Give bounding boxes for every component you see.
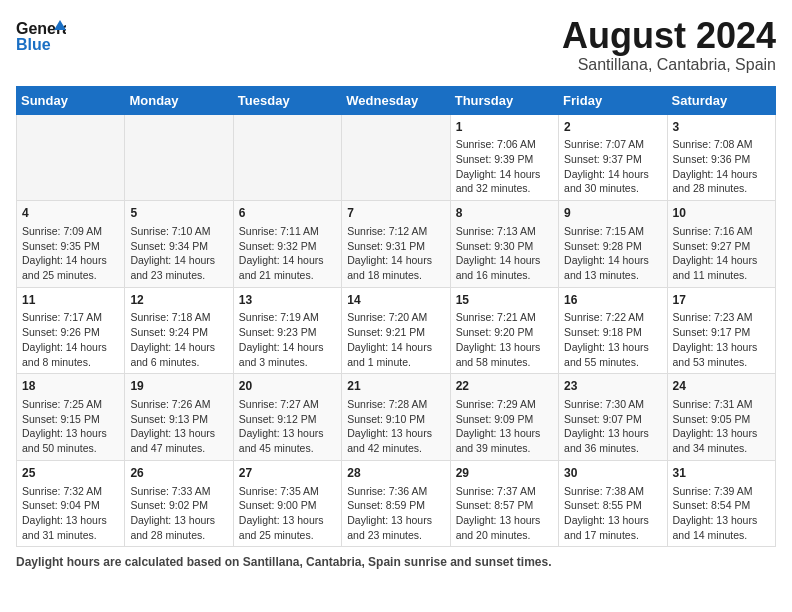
weekday-header-friday: Friday: [559, 86, 667, 114]
day-number: 22: [456, 378, 553, 395]
day-info: Sunrise: 7:32 AM Sunset: 9:04 PM Dayligh…: [22, 484, 119, 543]
calendar-week-row: 4Sunrise: 7:09 AM Sunset: 9:35 PM Daylig…: [17, 201, 776, 288]
day-number: 26: [130, 465, 227, 482]
day-info: Sunrise: 7:37 AM Sunset: 8:57 PM Dayligh…: [456, 484, 553, 543]
day-info: Sunrise: 7:11 AM Sunset: 9:32 PM Dayligh…: [239, 224, 336, 283]
calendar-cell: 20Sunrise: 7:27 AM Sunset: 9:12 PM Dayli…: [233, 374, 341, 461]
day-info: Sunrise: 7:20 AM Sunset: 9:21 PM Dayligh…: [347, 310, 444, 369]
day-number: 15: [456, 292, 553, 309]
day-number: 4: [22, 205, 119, 222]
logo-icon: General Blue: [16, 16, 66, 56]
calendar-cell: 1Sunrise: 7:06 AM Sunset: 9:39 PM Daylig…: [450, 114, 558, 201]
month-title: August 2024: [562, 16, 776, 56]
calendar-cell: 11Sunrise: 7:17 AM Sunset: 9:26 PM Dayli…: [17, 287, 125, 374]
calendar-cell: 16Sunrise: 7:22 AM Sunset: 9:18 PM Dayli…: [559, 287, 667, 374]
day-number: 14: [347, 292, 444, 309]
header: General Blue August 2024 Santillana, Can…: [16, 16, 776, 74]
day-info: Sunrise: 7:39 AM Sunset: 8:54 PM Dayligh…: [673, 484, 770, 543]
calendar-week-row: 25Sunrise: 7:32 AM Sunset: 9:04 PM Dayli…: [17, 460, 776, 547]
day-info: Sunrise: 7:15 AM Sunset: 9:28 PM Dayligh…: [564, 224, 661, 283]
day-number: 9: [564, 205, 661, 222]
calendar-week-row: 1Sunrise: 7:06 AM Sunset: 9:39 PM Daylig…: [17, 114, 776, 201]
day-number: 29: [456, 465, 553, 482]
day-info: Sunrise: 7:25 AM Sunset: 9:15 PM Dayligh…: [22, 397, 119, 456]
calendar-cell: 23Sunrise: 7:30 AM Sunset: 9:07 PM Dayli…: [559, 374, 667, 461]
day-info: Sunrise: 7:19 AM Sunset: 9:23 PM Dayligh…: [239, 310, 336, 369]
title-area: August 2024 Santillana, Cantabria, Spain: [562, 16, 776, 74]
weekday-header-tuesday: Tuesday: [233, 86, 341, 114]
calendar-table: SundayMondayTuesdayWednesdayThursdayFrid…: [16, 86, 776, 548]
day-number: 18: [22, 378, 119, 395]
day-info: Sunrise: 7:36 AM Sunset: 8:59 PM Dayligh…: [347, 484, 444, 543]
calendar-cell: 17Sunrise: 7:23 AM Sunset: 9:17 PM Dayli…: [667, 287, 775, 374]
weekday-header-row: SundayMondayTuesdayWednesdayThursdayFrid…: [17, 86, 776, 114]
day-info: Sunrise: 7:35 AM Sunset: 9:00 PM Dayligh…: [239, 484, 336, 543]
logo: General Blue: [16, 16, 66, 56]
day-info: Sunrise: 7:07 AM Sunset: 9:37 PM Dayligh…: [564, 137, 661, 196]
day-info: Sunrise: 7:17 AM Sunset: 9:26 PM Dayligh…: [22, 310, 119, 369]
day-number: 11: [22, 292, 119, 309]
calendar-cell: 18Sunrise: 7:25 AM Sunset: 9:15 PM Dayli…: [17, 374, 125, 461]
day-info: Sunrise: 7:26 AM Sunset: 9:13 PM Dayligh…: [130, 397, 227, 456]
day-number: 1: [456, 119, 553, 136]
footer-note: Daylight hours are calculated based on S…: [16, 555, 776, 569]
day-info: Sunrise: 7:21 AM Sunset: 9:20 PM Dayligh…: [456, 310, 553, 369]
calendar-cell: [342, 114, 450, 201]
calendar-cell: 14Sunrise: 7:20 AM Sunset: 9:21 PM Dayli…: [342, 287, 450, 374]
weekday-header-thursday: Thursday: [450, 86, 558, 114]
day-info: Sunrise: 7:38 AM Sunset: 8:55 PM Dayligh…: [564, 484, 661, 543]
day-number: 5: [130, 205, 227, 222]
day-number: 21: [347, 378, 444, 395]
calendar-cell: 10Sunrise: 7:16 AM Sunset: 9:27 PM Dayli…: [667, 201, 775, 288]
day-info: Sunrise: 7:27 AM Sunset: 9:12 PM Dayligh…: [239, 397, 336, 456]
calendar-cell: 30Sunrise: 7:38 AM Sunset: 8:55 PM Dayli…: [559, 460, 667, 547]
day-info: Sunrise: 7:22 AM Sunset: 9:18 PM Dayligh…: [564, 310, 661, 369]
calendar-cell: 7Sunrise: 7:12 AM Sunset: 9:31 PM Daylig…: [342, 201, 450, 288]
day-number: 6: [239, 205, 336, 222]
calendar-cell: 28Sunrise: 7:36 AM Sunset: 8:59 PM Dayli…: [342, 460, 450, 547]
calendar-cell: 29Sunrise: 7:37 AM Sunset: 8:57 PM Dayli…: [450, 460, 558, 547]
day-number: 24: [673, 378, 770, 395]
calendar-cell: 4Sunrise: 7:09 AM Sunset: 9:35 PM Daylig…: [17, 201, 125, 288]
day-info: Sunrise: 7:12 AM Sunset: 9:31 PM Dayligh…: [347, 224, 444, 283]
calendar-week-row: 11Sunrise: 7:17 AM Sunset: 9:26 PM Dayli…: [17, 287, 776, 374]
calendar-cell: 26Sunrise: 7:33 AM Sunset: 9:02 PM Dayli…: [125, 460, 233, 547]
day-info: Sunrise: 7:30 AM Sunset: 9:07 PM Dayligh…: [564, 397, 661, 456]
svg-text:Blue: Blue: [16, 36, 51, 53]
day-number: 13: [239, 292, 336, 309]
daylight-hours-label: Daylight hours: [16, 555, 100, 569]
weekday-header-monday: Monday: [125, 86, 233, 114]
calendar-cell: [17, 114, 125, 201]
calendar-cell: 21Sunrise: 7:28 AM Sunset: 9:10 PM Dayli…: [342, 374, 450, 461]
calendar-cell: 2Sunrise: 7:07 AM Sunset: 9:37 PM Daylig…: [559, 114, 667, 201]
day-number: 12: [130, 292, 227, 309]
day-number: 23: [564, 378, 661, 395]
calendar-cell: 8Sunrise: 7:13 AM Sunset: 9:30 PM Daylig…: [450, 201, 558, 288]
calendar-cell: 27Sunrise: 7:35 AM Sunset: 9:00 PM Dayli…: [233, 460, 341, 547]
day-info: Sunrise: 7:33 AM Sunset: 9:02 PM Dayligh…: [130, 484, 227, 543]
day-number: 31: [673, 465, 770, 482]
day-info: Sunrise: 7:10 AM Sunset: 9:34 PM Dayligh…: [130, 224, 227, 283]
calendar-cell: 6Sunrise: 7:11 AM Sunset: 9:32 PM Daylig…: [233, 201, 341, 288]
calendar-cell: 31Sunrise: 7:39 AM Sunset: 8:54 PM Dayli…: [667, 460, 775, 547]
day-number: 20: [239, 378, 336, 395]
calendar-cell: 19Sunrise: 7:26 AM Sunset: 9:13 PM Dayli…: [125, 374, 233, 461]
day-number: 3: [673, 119, 770, 136]
day-info: Sunrise: 7:28 AM Sunset: 9:10 PM Dayligh…: [347, 397, 444, 456]
day-info: Sunrise: 7:16 AM Sunset: 9:27 PM Dayligh…: [673, 224, 770, 283]
day-number: 2: [564, 119, 661, 136]
day-info: Sunrise: 7:13 AM Sunset: 9:30 PM Dayligh…: [456, 224, 553, 283]
weekday-header-wednesday: Wednesday: [342, 86, 450, 114]
day-number: 28: [347, 465, 444, 482]
day-number: 7: [347, 205, 444, 222]
day-info: Sunrise: 7:18 AM Sunset: 9:24 PM Dayligh…: [130, 310, 227, 369]
day-number: 27: [239, 465, 336, 482]
day-number: 25: [22, 465, 119, 482]
calendar-cell: 25Sunrise: 7:32 AM Sunset: 9:04 PM Dayli…: [17, 460, 125, 547]
day-info: Sunrise: 7:31 AM Sunset: 9:05 PM Dayligh…: [673, 397, 770, 456]
day-number: 8: [456, 205, 553, 222]
day-number: 10: [673, 205, 770, 222]
day-number: 19: [130, 378, 227, 395]
day-info: Sunrise: 7:06 AM Sunset: 9:39 PM Dayligh…: [456, 137, 553, 196]
day-number: 16: [564, 292, 661, 309]
